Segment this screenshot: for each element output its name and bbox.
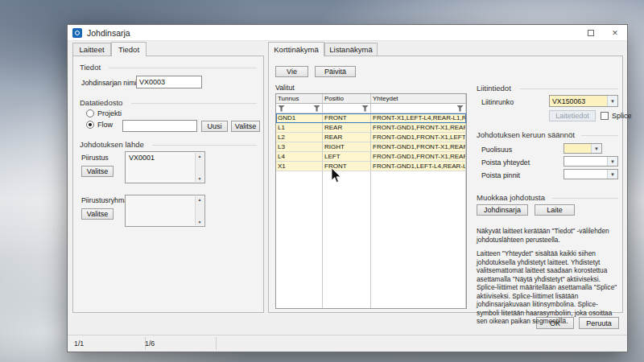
section-line [109,68,257,68]
dropdown-arrow-icon[interactable]: ▼ [607,170,617,179]
valitse-ryhma-button[interactable]: Valitse [81,208,114,220]
cell-yhteydet[interactable]: FRONT-X1,LEFT-L4,REAR-L1,R... [371,113,466,123]
cell-tunnus[interactable]: GND1 [276,113,323,123]
cell-positio[interactable]: RIGHT [323,142,371,152]
cell-yhteydet[interactable]: FRONT-GND1,LEFT-L4,REAR-L1... [371,162,466,171]
status-2-value: 1/6 [145,339,155,348]
korttinakyma-tab-page: Vie Päivitä Valitut Tunnus Positio Yhtey… [268,56,623,313]
tab-listanakyma-label: Listanäkymä [329,45,372,54]
radio-flow-label: Flow [97,121,113,129]
column-header-yhteydet[interactable]: Yhteydet [371,94,466,104]
tab-listanakyma[interactable]: Listanäkymä [324,43,378,56]
filter-icon[interactable] [313,105,320,112]
cell-yhteydet[interactable]: FRONT-GND1,FRONT-X1,LEFT-... [371,133,466,142]
scroll-up-icon[interactable]: ▲ [198,154,202,158]
table-row[interactable]: X1 FRONT FRONT-GND1,LEFT-L4,REAR-L1... [276,162,466,171]
vie-button-label: Vie [287,68,297,76]
cell-positio[interactable]: LEFT [323,152,371,162]
cell-positio[interactable]: REAR [323,123,371,133]
cell-tunnus[interactable]: L4 [276,152,323,162]
scroll-up-icon[interactable]: ▲ [198,197,202,202]
titlebar[interactable]: Johdinsarja ✕ [68,25,627,41]
harness-name-value: VX0003 [139,78,165,86]
section-title-liitintiedot: Liitintiedot [477,84,511,93]
section-title-saannot: Johdotuksen keruun säännöt [477,130,575,139]
tab-tiedot[interactable]: Tiedot [111,42,147,56]
scroll-down-icon[interactable]: ▼ [198,220,202,224]
laitetiedot-button[interactable]: Laitetiedot [549,110,596,121]
maximize-button[interactable] [579,25,603,40]
filter-icon[interactable] [278,105,285,112]
vie-button[interactable]: Vie [275,66,308,77]
johdinsarja-button[interactable]: Johdinsarja [477,204,528,216]
cell-yhteydet[interactable]: FRONT-GND1,FRONT-X1,REAR-... [371,142,466,152]
app-icon [72,28,82,38]
laite-button-label: Laite [547,206,563,214]
filter-icon[interactable] [361,105,369,112]
johdinsarja-button-label: Johdinsarja [484,206,521,214]
cell-tunnus[interactable]: X1 [276,162,323,171]
harness-name-input[interactable]: VX0003 [136,76,202,88]
cell-positio[interactable]: FRONT [323,113,371,123]
column-header-positio[interactable]: Positio [323,94,371,104]
cell-yhteydet[interactable]: FRONT-GND1,FRONT-X1,REAR-L... [371,152,466,162]
cell-positio[interactable]: REAR [323,133,371,142]
dropdown-arrow-icon[interactable]: ▼ [591,144,601,153]
scrollbar[interactable]: ▲▼ [195,153,204,182]
section-title-muokkaa: Muokkaa johdotusta [477,193,545,202]
poista-yhteydet-combo[interactable]: ▼ [564,156,618,167]
laitetiedot-button-label: Laitetiedot [555,112,589,120]
liitinrunko-value: VX150063 [550,96,607,106]
section-line [152,145,257,146]
dropdown-arrow-icon[interactable]: ▼ [607,157,617,166]
section-line [131,103,257,104]
tab-korttinakyma[interactable]: Korttinäkymä [268,42,324,56]
cell-tunnus[interactable]: L2 [276,133,323,142]
cell-tunnus[interactable]: L1 [276,123,323,133]
johdinsarja-window: Johdinsarja ✕ Laitteet Tiedot Tiedot Joh… [67,24,628,352]
cell-tunnus[interactable]: L3 [276,142,323,152]
paivita-button[interactable]: Päivitä [315,66,356,77]
valitut-label: Valitut [275,84,295,92]
radio-projekti[interactable]: Projekti [86,109,122,117]
table-row[interactable]: L2 REAR FRONT-GND1,FRONT-X1,LEFT-... [276,133,466,142]
splice-checkbox[interactable] [601,112,609,120]
radio-projekti-label: Projekti [97,109,122,117]
uusi-button[interactable]: Uusi [201,121,228,132]
poista-pinnit-combo[interactable]: ▼ [564,169,618,179]
column-header-tunnus[interactable]: Tunnus [276,94,323,104]
cell-yhteydet[interactable]: FRONT-GND1,FRONT-X1,REAR-... [371,123,466,133]
puolisuus-combo[interactable]: ▼ [564,143,602,154]
filter-icon[interactable] [456,105,464,112]
tab-laitteet-label: Laitteet [79,45,104,54]
mouse-cursor [331,167,341,183]
scrollbar[interactable]: ▲▼ [195,196,204,225]
valitse-piirustus-button[interactable]: Valitse [81,166,114,177]
status-1-value: 1/1 [74,339,84,348]
scroll-down-icon[interactable]: ▼ [198,176,202,181]
valitse-datafile-button[interactable]: Valitse [231,121,260,132]
cell-positio[interactable]: FRONT [323,162,371,171]
status-cell-1: 1/1 [68,337,146,350]
table-row[interactable]: L4 LEFT FRONT-GND1,FRONT-X1,REAR-L... [276,152,466,162]
table-row[interactable]: L3 RIGHT FRONT-GND1,FRONT-X1,REAR-... [276,142,466,152]
splice-checkbox-row[interactable]: Splice [601,112,632,120]
valitse-datafile-label: Valitse [235,122,256,130]
filter-cell[interactable] [371,104,466,113]
table-empty-area [276,171,466,308]
piirustusryhma-listbox[interactable]: ▲▼ [125,195,205,227]
laite-button[interactable]: Laite [535,204,575,216]
filter-cell[interactable] [276,104,323,113]
close-button[interactable]: ✕ [603,25,627,40]
radio-flow[interactable]: Flow [86,121,113,129]
piirustus-listbox[interactable]: VX0001 ▲▼ [125,151,205,183]
liitinrunko-combo[interactable]: VX150063 ▼ [549,95,618,107]
section-title-datatiedosto: Datatiedosto [80,98,122,107]
filter-cell[interactable] [323,104,371,113]
table-row[interactable]: GND1 FRONT FRONT-X1,LEFT-L4,REAR-L1,R... [276,113,466,123]
dropdown-arrow-icon[interactable]: ▼ [607,96,617,106]
liitinrunko-label: Liitinrunko [481,98,514,106]
tab-laitteet[interactable]: Laitteet [72,43,111,56]
flow-file-input[interactable] [122,120,197,132]
table-row[interactable]: L1 REAR FRONT-GND1,FRONT-X1,REAR-... [276,123,466,133]
